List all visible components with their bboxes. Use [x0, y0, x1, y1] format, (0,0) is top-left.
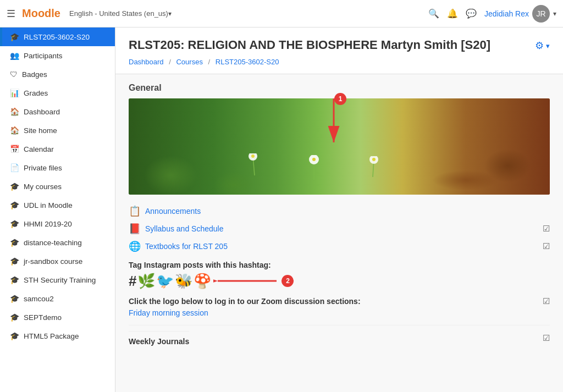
user-menu[interactable]: Jedidiah Rex JR ▾ [484, 5, 556, 23]
svg-point-8 [372, 158, 376, 161]
resource-textbooks: 🌐 Textbooks for RLST 205 ☑ [129, 238, 550, 255]
sidebar-item-label: SEPTdemo [24, 313, 62, 322]
site-home-icon: 🏠 [10, 126, 19, 135]
annotation-arrow-1 [323, 98, 345, 150]
sidebar-item-site-home[interactable]: 🏠 Site home [0, 121, 115, 140]
hashtag-symbol: # [129, 273, 136, 290]
syllabus-link[interactable]: Syllabus and Schedule [145, 224, 223, 233]
my-courses-icon: 🎓 [10, 182, 19, 191]
sidebar-item-sth-security[interactable]: 🎓 STH Security Training [0, 270, 115, 289]
sidebar-item-label: STH Security Training [24, 276, 96, 284]
syllabus-check[interactable]: ☑ [543, 224, 550, 234]
section-title: General [129, 83, 550, 93]
sidebar-item-label: UDL in Moodle [24, 201, 73, 209]
hashtag-row: # 🌿 🐦 🐝 🍄 [129, 273, 550, 290]
resource-syllabus: 📕 Syllabus and Schedule ☑ [129, 220, 550, 238]
sidebar-item-grades[interactable]: 📊 Grades [0, 84, 115, 102]
sidebar-item-udl[interactable]: 🎓 UDL in Moodle [0, 196, 115, 214]
zoom-label: Click the logo below to log in to our Zo… [129, 297, 361, 306]
navbar-icons: 🔍 🔔 💬 Jedidiah Rex JR ▾ [428, 5, 556, 23]
calendar-icon: 📅 [10, 145, 19, 153]
search-icon[interactable]: 🔍 [428, 8, 439, 19]
notification-icon[interactable]: 🔔 [447, 8, 458, 19]
resource-announcements: 📋 Announcements [129, 202, 550, 220]
navbar: ☰ Moodle English - United States (en_us)… [0, 0, 563, 27]
breadcrumb-dashboard[interactable]: Dashboard [129, 58, 164, 66]
sidebar-item-samcou2[interactable]: 🎓 samcou2 [0, 289, 115, 308]
zoom-link-row: Friday morning session [129, 308, 550, 317]
sidebar-item-my-courses[interactable]: 🎓 My courses [0, 177, 115, 196]
sidebar-item-participants[interactable]: 👥 Participants [0, 46, 115, 65]
leaf-emoji: 🌿 [137, 273, 155, 290]
breadcrumb-current[interactable]: RLST205-3602-S20 [216, 58, 279, 66]
hhmi-icon: 🎓 [10, 219, 19, 228]
sidebar-item-label: HHMI 2019-20 [24, 220, 72, 228]
gear-dropdown[interactable]: ▾ [546, 42, 550, 50]
files-icon: 📄 [10, 163, 19, 172]
flower1 [246, 153, 263, 175]
sidebar-item-dashboard[interactable]: 🏠 Dashboard [0, 102, 115, 121]
hashtag-label: Tag Instagram posts with this hashtag: [129, 261, 550, 269]
layout: 🎓 RLST205-3602-S20 👥 Participants 🛡 Badg… [0, 27, 563, 392]
sidebar: 🎓 RLST205-3602-S20 👥 Participants 🛡 Badg… [0, 27, 115, 392]
resources-section: 📋 Announcements 📕 Syllabus and Schedule … [129, 202, 550, 346]
annotation-badge-2: 2 [282, 275, 294, 287]
banner-container: 1 [129, 98, 550, 195]
mushroom-emoji: 🍄 [194, 273, 211, 290]
weekly-row: Weekly Journals ☑ [129, 325, 550, 346]
html5-icon: 🎓 [10, 332, 19, 340]
samcou2-icon: 🎓 [10, 294, 19, 303]
sidebar-item-label: Participants [24, 52, 63, 60]
annotation-badge-1: 1 [334, 93, 346, 105]
lang-dropdown-arrow[interactable]: ▾ [168, 10, 172, 18]
zoom-link[interactable]: Friday morning session [129, 308, 208, 317]
course-banner [129, 98, 550, 195]
badges-icon: 🛡 [10, 70, 18, 79]
participants-icon: 👥 [10, 51, 19, 60]
message-icon[interactable]: 💬 [466, 8, 477, 19]
grades-icon: 📊 [10, 89, 19, 97]
bird-emoji: 🐦 [156, 273, 174, 290]
user-dropdown-arrow[interactable]: ▾ [553, 10, 556, 18]
septdemo-icon: 🎓 [10, 313, 19, 322]
flower3 [365, 156, 381, 177]
textbooks-link[interactable]: Textbooks for RLST 205 [145, 242, 228, 251]
course-header: RLST205: RELIGION AND THE BIOSPHERE Mart… [115, 27, 563, 74]
weekly-check[interactable]: ☑ [543, 333, 550, 343]
sidebar-item-course-home[interactable]: 🎓 RLST205-3602-S20 [0, 27, 115, 46]
sidebar-item-calendar[interactable]: 📅 Calendar [0, 140, 115, 158]
sidebar-item-label: Site home [24, 126, 57, 135]
udl-icon: 🎓 [10, 201, 19, 209]
breadcrumb-sep1: / [169, 58, 171, 66]
sidebar-item-septdemo[interactable]: 🎓 SEPTdemo [0, 308, 115, 327]
main-content: RLST205: RELIGION AND THE BIOSPHERE Mart… [115, 27, 563, 392]
username: Jedidiah Rex [484, 9, 529, 18]
sidebar-item-badges[interactable]: 🛡 Badges [0, 65, 115, 84]
sth-security-icon: 🎓 [10, 275, 19, 284]
sidebar-item-distance[interactable]: 🎓 distance-teaching [0, 233, 115, 252]
course-gear[interactable]: ⚙ ▾ [535, 37, 550, 52]
breadcrumb: Dashboard / Courses / RLST205-3602-S20 [129, 58, 550, 66]
sidebar-item-jr-sandbox[interactable]: 🎓 jr-sandbox course [0, 252, 115, 270]
distance-icon: 🎓 [10, 238, 19, 247]
breadcrumb-courses[interactable]: Courses [176, 58, 202, 66]
bee-emoji: 🐝 [175, 273, 192, 290]
gear-icon: ⚙ [535, 40, 544, 52]
zoom-row: Click the logo below to log in to our Zo… [129, 296, 550, 306]
sidebar-item-label: My courses [24, 183, 62, 191]
hamburger-icon[interactable]: ☰ [7, 8, 15, 20]
zoom-check[interactable]: ☑ [543, 296, 550, 306]
dashboard-icon: 🏠 [10, 107, 19, 116]
textbooks-check[interactable]: ☑ [543, 241, 550, 251]
sidebar-item-label: Calendar [24, 145, 54, 153]
sidebar-item-html5[interactable]: 🎓 HTML5 Package [0, 327, 115, 345]
textbooks-icon: 🌐 [129, 240, 141, 252]
sidebar-item-label: Private files [24, 164, 62, 172]
language-selector[interactable]: English - United States (en_us) [69, 9, 168, 18]
svg-point-2 [251, 154, 255, 158]
sidebar-item-hhmi[interactable]: 🎓 HHMI 2019-20 [0, 214, 115, 233]
svg-point-5 [312, 158, 316, 161]
sidebar-item-private-files[interactable]: 📄 Private files [0, 158, 115, 177]
announcements-link[interactable]: Announcements [145, 207, 201, 216]
weekly-journals-label: Weekly Journals [129, 331, 189, 346]
